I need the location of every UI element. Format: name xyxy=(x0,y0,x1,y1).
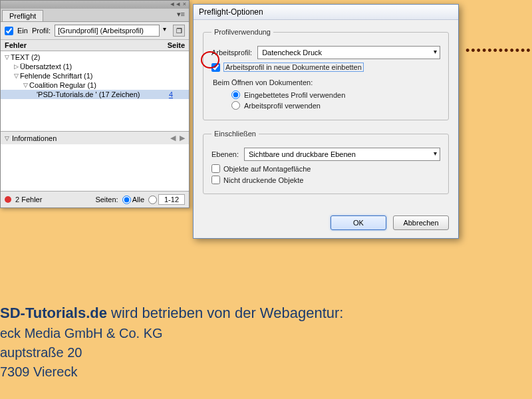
tree-row[interactable]: ▽ Coalition Regular (1) xyxy=(1,80,189,90)
info-header[interactable]: ▽ Informationen ◀ ▶ xyxy=(1,132,189,144)
preflight-options-dialog: Preflight-Optionen Profilverwendung Arbe… xyxy=(193,4,459,239)
radio-range[interactable] xyxy=(148,196,157,204)
page-link[interactable]: 4 xyxy=(169,90,186,98)
chevron-right-icon[interactable]: ▷ xyxy=(13,63,20,70)
ein-label: Ein xyxy=(17,27,28,35)
dialog-button-row: OK Abbrechen xyxy=(194,211,458,238)
footer-text: SD-Tutorials.de wird betrieben von der W… xyxy=(0,303,343,382)
alle-label: Alle xyxy=(132,196,144,203)
panel-menu-icon[interactable]: ▾≡ xyxy=(173,9,189,21)
chevron-down-icon[interactable]: ▽ xyxy=(5,135,9,142)
info-title: Informationen xyxy=(12,134,57,142)
ebenen-label: Ebenen: xyxy=(211,150,239,158)
tree-label: 'PSD-Tutorials.de ' (17 Zeichen) xyxy=(37,90,140,98)
panel-footer: 2 Fehler Seiten: Alle xyxy=(1,191,189,207)
legend-einschliessen: Einschließen xyxy=(211,130,259,138)
tree-label: TEXT (2) xyxy=(11,53,40,61)
prev-icon[interactable]: ◀ xyxy=(170,134,176,142)
radio-embedded-label: Eingebettetes Profil verwenden xyxy=(244,91,345,99)
tree-label: Coalition Regular (1) xyxy=(29,81,96,89)
open-label: Beim Öffnen von Dokumenten: xyxy=(213,78,440,86)
footer-line4: 7309 Viereck xyxy=(0,362,343,382)
radio-alle[interactable] xyxy=(122,196,131,204)
arbeitsprofil-label: Arbeitsprofil: xyxy=(211,49,252,57)
seiten-label: Seiten: xyxy=(95,196,118,203)
ok-button[interactable]: OK xyxy=(331,215,386,230)
dialog-title: Preflight-Optionen xyxy=(194,5,458,20)
embed-checkbox[interactable] xyxy=(211,63,220,72)
arbeitsprofil-dropdown[interactable] xyxy=(257,46,440,59)
panel-titlebar: ◄◄ × xyxy=(1,1,189,9)
page-range-input[interactable] xyxy=(158,194,185,205)
chevron-down-icon[interactable]: ▽ xyxy=(13,72,20,79)
panel-toolbar: Ein Profil: ❐ xyxy=(1,22,189,40)
panel-collapse-icon[interactable]: ◄◄ xyxy=(169,1,181,9)
radio-working-profile[interactable] xyxy=(231,101,240,110)
ebenen-dropdown[interactable] xyxy=(244,148,440,161)
next-icon[interactable]: ▶ xyxy=(180,134,185,142)
radio-working-label: Arbeitsprofil verwenden xyxy=(244,102,321,110)
radio-embedded-profile[interactable] xyxy=(231,90,240,99)
embed-icon[interactable]: ❐ xyxy=(173,25,185,37)
cancel-button[interactable]: Abbrechen xyxy=(393,215,449,230)
panel-tab-row: Preflight ▾≡ xyxy=(1,9,189,22)
info-section: ▽ Informationen ◀ ▶ xyxy=(1,131,189,191)
tree-row[interactable]: ▽ Fehlende Schriftart (1) xyxy=(1,71,189,80)
footer-line3: auptstraße 20 xyxy=(0,343,343,362)
chevron-down-icon[interactable]: ▽ xyxy=(22,82,29,88)
embed-label: Arbeitsprofil in neue Dokumente einbette… xyxy=(223,63,364,72)
legend-profilverwendung: Profilverwendung xyxy=(211,28,273,36)
panel-close-icon[interactable]: × xyxy=(183,1,186,9)
tree-label: Fehlende Schriftart (1) xyxy=(20,72,92,80)
tree-row[interactable]: ▷ Übersatztext (1) xyxy=(1,62,189,71)
preflight-panel: ◄◄ × Preflight ▾≡ Ein Profil: ❐ Fehler S… xyxy=(0,0,190,208)
error-tree: ▽ TEXT (2) ▷ Übersatztext (1) ▽ Fehlende… xyxy=(1,51,189,131)
dotted-line-decoration: •••••••••••• xyxy=(466,44,532,58)
chk-montageflaeche[interactable] xyxy=(211,164,220,173)
tree-row-root[interactable]: ▽ TEXT (2) xyxy=(1,53,189,62)
group-einschliessen: Einschließen Ebenen: Objekte auf Montage… xyxy=(203,130,449,194)
chk-nichtdruckend[interactable] xyxy=(211,176,220,184)
col-seite: Seite xyxy=(158,41,185,49)
chevron-down-icon[interactable]: ▽ xyxy=(3,54,11,61)
footer-brand: SD-Tutorials.de xyxy=(0,305,107,321)
column-headers: Fehler Seite xyxy=(1,40,189,51)
group-profilverwendung: Profilverwendung Arbeitsprofil: Arbeitsp… xyxy=(203,28,449,120)
info-body xyxy=(1,144,189,191)
profil-label: Profil: xyxy=(32,27,51,35)
tab-preflight[interactable]: Preflight xyxy=(2,10,43,21)
tree-label: Übersatztext (1) xyxy=(20,63,72,70)
footer-line1-rest: wird betrieben von der Webagentur: xyxy=(107,305,343,321)
ein-checkbox[interactable] xyxy=(5,27,13,35)
profil-dropdown[interactable] xyxy=(55,25,160,37)
error-status-icon xyxy=(5,196,11,203)
chk-nichtdruck-label: Nicht druckende Objekte xyxy=(223,176,303,184)
chk-montage-label: Objekte auf Montagefläche xyxy=(223,165,311,173)
tree-row-selected[interactable]: 'PSD-Tutorials.de ' (17 Zeichen) 4 xyxy=(1,90,189,99)
error-count: 2 Fehler xyxy=(15,196,42,203)
footer-line2: eck Media GmbH & Co. KG xyxy=(0,324,343,343)
col-fehler: Fehler xyxy=(5,41,158,49)
